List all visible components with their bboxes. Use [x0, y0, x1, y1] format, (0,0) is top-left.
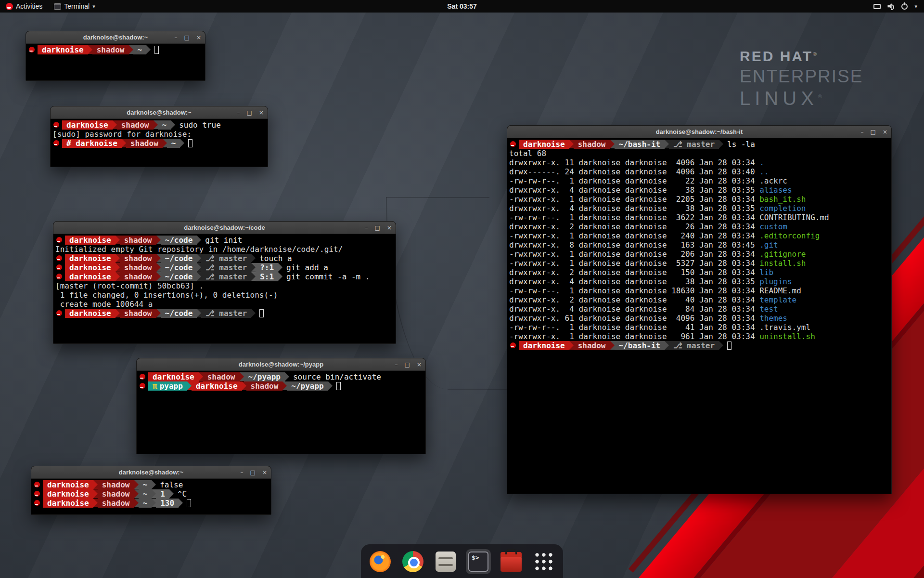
power-icon[interactable]	[901, 3, 908, 10]
terminal-window[interactable]: darknoise@shadow:~ – □ × darknoiseshadow…	[31, 466, 271, 515]
maximize-button[interactable]: □	[184, 35, 190, 40]
prompt-segment-path: ~	[167, 139, 180, 148]
files-icon[interactable]	[433, 549, 458, 574]
powerline-arrow	[93, 480, 98, 489]
prompt-segment-host: shadow	[120, 254, 156, 263]
minimize-button[interactable]: –	[365, 225, 368, 231]
firefox-icon[interactable]	[368, 549, 393, 574]
terminal-body[interactable]: darknoiseshadow~	[26, 44, 205, 80]
close-button[interactable]: ×	[259, 110, 264, 116]
titlebar[interactable]: darknoise@shadow:~/bash-it – □ ×	[507, 126, 891, 138]
powerline-arrow	[152, 489, 156, 498]
redhat-icon	[56, 310, 62, 316]
minimize-button[interactable]: –	[237, 110, 240, 116]
prompt-segment-path: ~	[158, 120, 171, 130]
close-button[interactable]: ×	[196, 35, 201, 40]
cursor	[336, 382, 341, 390]
titlebar[interactable]: darknoise@shadow:~ – □ ×	[31, 466, 271, 479]
maximize-button[interactable]: □	[247, 110, 252, 116]
prompt-segment-path: ~/code	[161, 254, 197, 263]
redhat-icon	[56, 264, 62, 270]
maximize-button[interactable]: □	[375, 225, 380, 231]
close-button[interactable]: ×	[387, 225, 392, 231]
app-menu[interactable]: Terminal ▾	[48, 0, 101, 13]
prompt-line: darknoiseshadow~/codegit init	[55, 236, 396, 245]
redhat-logo-icon	[6, 3, 13, 10]
prompt-line: darknoiseshadow~/code⎇ mastertouch a	[55, 254, 396, 263]
prompt-segment-git: ⎇ master	[201, 263, 251, 272]
output-line: drwxrwxr-x. 4 darknoise darknoise 38 Jan…	[509, 277, 891, 286]
output-line: drwxrwxr-x. 61 darknoise darknoise 4096 …	[509, 314, 891, 323]
terminal-body[interactable]: darknoiseshadow~/codegit initInitialized…	[53, 235, 396, 343]
powerline-arrow	[197, 263, 201, 272]
terminal-body[interactable]: darknoiseshadow~/pyappsource bin/activat…	[137, 371, 425, 454]
titlebar[interactable]: darknoise@shadow:~ – □ ×	[26, 31, 205, 44]
minimize-button[interactable]: –	[241, 470, 244, 475]
system-menu-caret-icon[interactable]: ▾	[914, 3, 917, 10]
powerline-arrow	[88, 45, 92, 54]
minimize-button[interactable]: –	[175, 35, 178, 40]
terminal-window[interactable]: darknoise@shadow:~/bash-it – □ × darknoi…	[507, 125, 892, 494]
command-text: source bin/activate	[293, 372, 381, 381]
app-grid-icon[interactable]	[531, 549, 556, 574]
chrome-icon[interactable]	[400, 549, 425, 574]
redhat-icon	[56, 274, 62, 279]
display-icon[interactable]	[873, 4, 881, 9]
prompt-segment-host: shadow	[574, 341, 610, 350]
clock[interactable]: Sat 03:57	[447, 2, 476, 10]
terminal-window[interactable]: darknoise@shadow:~ – □ × darknoiseshadow…	[50, 106, 268, 167]
titlebar[interactable]: darknoise@shadow:~ – □ ×	[51, 106, 268, 119]
terminal-icon[interactable]: $>	[466, 549, 491, 574]
powerline-arrow	[197, 236, 201, 244]
prompt-segment-host: shadow	[98, 489, 134, 499]
minimize-button[interactable]: –	[395, 362, 398, 368]
prompt-segment-path: ~/code	[161, 263, 197, 272]
prompt-segment-host: shadow	[203, 372, 240, 381]
prompt-segment-host: shadow	[126, 139, 163, 148]
minimize-button[interactable]: –	[861, 129, 864, 135]
prompt-segment-path: ~	[139, 499, 152, 508]
redhat-icon	[53, 122, 59, 128]
activities-button[interactable]: Activities	[0, 0, 48, 13]
prompt-segment-user: darknoise	[38, 45, 88, 54]
terminal-body[interactable]: darknoiseshadow~/bash-it⎇ masterls -lato…	[507, 139, 891, 494]
powerline-arrow	[610, 341, 615, 350]
cursor	[187, 499, 191, 507]
powerline-arrow	[122, 139, 126, 147]
wallpaper-line	[386, 197, 489, 198]
redhat-icon	[140, 374, 145, 380]
powerline-arrow	[116, 236, 120, 244]
close-button[interactable]: ×	[417, 362, 422, 368]
terminal-window[interactable]: darknoise@shadow:~/code – □ × darknoises…	[53, 221, 396, 344]
prompt-segment-host: shadow	[98, 480, 134, 489]
file-name: completion	[759, 204, 806, 213]
titlebar[interactable]: darknoise@shadow:~/pyapp – □ ×	[137, 358, 425, 371]
toolbox-icon[interactable]	[499, 549, 524, 574]
terminal-body[interactable]: darknoiseshadow~falsedarknoiseshadow~1^C…	[31, 479, 271, 514]
terminal-body[interactable]: darknoiseshadow~sudo true[sudo] password…	[51, 119, 268, 167]
maximize-button[interactable]: □	[250, 470, 256, 475]
powerline-arrow	[242, 381, 246, 390]
prompt-segment-user: # darknoise	[62, 139, 122, 148]
terminal-window[interactable]: darknoise@shadow:~/pyapp – □ × darknoise…	[136, 358, 426, 454]
powerline-arrow	[180, 139, 184, 147]
python-icon: π	[153, 381, 157, 391]
prompt-line: darknoiseshadow~1^C	[33, 489, 271, 499]
redhat-icon	[510, 342, 516, 348]
prompt-segment-host: shadow	[120, 272, 156, 281]
prompt-segment-path: ~/bash-it	[615, 140, 665, 149]
prompt-segment-user: darknoise	[65, 254, 116, 263]
close-button[interactable]: ×	[883, 129, 887, 135]
maximize-button[interactable]: □	[405, 362, 410, 368]
output-line: -rw-rw-r--. 1 darknoise darknoise 41 Jan…	[509, 323, 891, 332]
maximize-button[interactable]: □	[871, 129, 876, 135]
close-button[interactable]: ×	[262, 470, 267, 475]
terminal-window[interactable]: darknoise@shadow:~ – □ × darknoiseshadow…	[26, 31, 205, 81]
powerline-arrow	[152, 480, 156, 489]
output-line: -rw-rw-r--. 1 darknoise darknoise 18630 …	[509, 286, 891, 295]
volume-icon[interactable]	[887, 3, 895, 10]
prompt-segment-host: shadow	[246, 381, 283, 391]
titlebar[interactable]: darknoise@shadow:~/code – □ ×	[53, 222, 396, 234]
powerline-arrow	[610, 140, 615, 148]
output-line: drwxrwxr-x. 4 darknoise darknoise 84 Jan…	[509, 304, 891, 314]
